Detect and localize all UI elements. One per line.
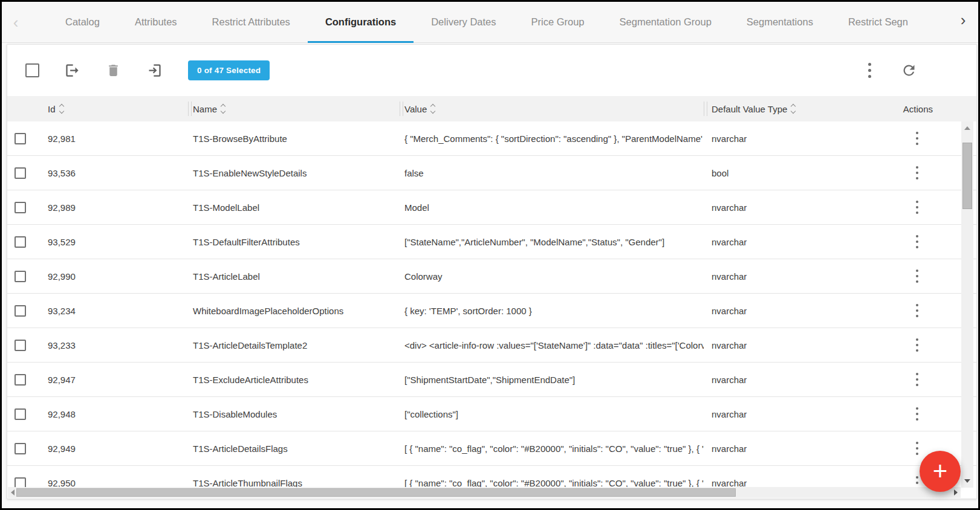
table-row: 92,950 T1S-ArticleThumbnailFlags [ { "na… bbox=[7, 466, 976, 487]
tab-price-group[interactable]: Price Group bbox=[514, 2, 602, 43]
row-actions-kebab-icon[interactable] bbox=[916, 268, 918, 285]
toolbar-kebab-menu-icon[interactable] bbox=[868, 62, 871, 80]
header-id[interactable]: Id bbox=[42, 96, 188, 121]
cell-value: Colorway bbox=[400, 259, 704, 293]
cell-value: <div> <article-info-row :values="['State… bbox=[400, 328, 704, 362]
cell-default-value-type: nvarchar bbox=[704, 466, 846, 487]
row-actions-kebab-icon[interactable] bbox=[916, 303, 918, 319]
header-value-label: Value bbox=[404, 104, 427, 114]
sort-icon[interactable] bbox=[431, 105, 435, 113]
cell-default-value-type: nvarchar bbox=[704, 294, 846, 328]
row-actions-kebab-icon[interactable] bbox=[916, 406, 918, 422]
cell-name: T1S-ArticleDetailsTemplate2 bbox=[188, 328, 400, 362]
cell-value: [ { "name": "co_flag", "color": "#B20000… bbox=[400, 431, 704, 465]
cell-default-value-type: nvarchar bbox=[704, 397, 846, 431]
row-checkbox[interactable] bbox=[15, 443, 26, 454]
cell-name: T1S-EnableNewStyleDetails bbox=[188, 156, 400, 190]
cell-id: 93,233 bbox=[42, 328, 188, 362]
table-row: 93,536 T1S-EnableNewStyleDetails false b… bbox=[7, 156, 976, 190]
selected-count-badge: 0 of 47 Selected bbox=[188, 60, 270, 80]
table-row: 92,947 T1S-ExcludeArticleAttributes ["Sh… bbox=[7, 363, 976, 397]
scroll-left-arrow-icon[interactable] bbox=[11, 489, 15, 495]
cell-value: ["StateName","ArticleNumber", "ModelName… bbox=[400, 225, 704, 259]
cell-id: 93,234 bbox=[42, 294, 188, 328]
header-value[interactable]: Value bbox=[400, 96, 704, 121]
import-icon[interactable] bbox=[146, 62, 163, 79]
vertical-scrollbar[interactable] bbox=[961, 121, 973, 488]
cell-value: false bbox=[400, 156, 704, 190]
scroll-up-arrow-icon[interactable] bbox=[964, 126, 970, 130]
row-actions-kebab-icon[interactable] bbox=[916, 372, 918, 388]
tabs-scroll-right-chevron-icon[interactable]: › bbox=[949, 2, 977, 43]
row-checkbox[interactable] bbox=[15, 133, 26, 144]
scroll-down-arrow-icon[interactable] bbox=[964, 479, 970, 483]
tab-restrict-attributes[interactable]: Restrict Attributes bbox=[195, 2, 308, 43]
header-name[interactable]: Name bbox=[188, 96, 400, 121]
cell-name: T1S-BrowseByAttribute bbox=[188, 121, 400, 155]
tabs-scroll-left-chevron-icon[interactable]: ‹ bbox=[2, 4, 30, 40]
cell-name: WhiteboardImagePlaceholderOptions bbox=[188, 294, 400, 328]
horizontal-scrollbar[interactable] bbox=[8, 487, 961, 498]
add-configuration-fab[interactable]: + bbox=[920, 451, 961, 492]
row-actions-kebab-icon[interactable] bbox=[916, 165, 918, 181]
row-checkbox[interactable] bbox=[15, 236, 26, 248]
table-header: Id Name Value Default Value Type Actions bbox=[7, 96, 976, 121]
table-row: 93,529 T1S-DefaultFilterAttributes ["Sta… bbox=[7, 225, 976, 259]
table-row: 92,989 T1S-ModelLabel Model nvarchar bbox=[7, 190, 976, 225]
table-toolbar: 0 of 47 Selected bbox=[7, 45, 976, 96]
tab-catalog[interactable]: Catalog bbox=[48, 2, 117, 43]
tab-restrict-segn[interactable]: Restrict Segn bbox=[831, 2, 926, 43]
row-checkbox[interactable] bbox=[15, 167, 26, 179]
tab-bar: ‹ CatalogAttributesRestrict AttributesCo… bbox=[2, 2, 978, 43]
row-actions-kebab-icon[interactable] bbox=[916, 441, 918, 457]
row-actions-kebab-icon[interactable] bbox=[916, 475, 918, 488]
header-actions-label: Actions bbox=[903, 104, 933, 114]
delete-trash-icon[interactable] bbox=[105, 62, 122, 79]
row-checkbox[interactable] bbox=[15, 271, 26, 282]
cell-id: 92,949 bbox=[42, 431, 188, 465]
table-row: 92,990 T1S-ArticleLabel Colorway nvarcha… bbox=[7, 259, 976, 294]
header-id-label: Id bbox=[48, 104, 56, 114]
table-row: 92,949 T1S-ArticleDetailsFlags [ { "name… bbox=[7, 431, 976, 466]
sort-icon[interactable] bbox=[60, 105, 63, 113]
cell-value: [ { "name": "co_flag", "color": "#B20000… bbox=[400, 466, 704, 487]
cell-id: 92,948 bbox=[42, 397, 188, 431]
sort-icon[interactable] bbox=[221, 105, 225, 113]
cell-id: 92,947 bbox=[42, 363, 188, 396]
table-row: 92,948 T1S-DisableModules ["collections"… bbox=[7, 397, 976, 431]
plus-icon: + bbox=[933, 459, 948, 484]
cell-default-value-type: nvarchar bbox=[704, 363, 846, 396]
tab-segmentations[interactable]: Segmentations bbox=[729, 2, 831, 43]
row-actions-kebab-icon[interactable] bbox=[916, 337, 918, 353]
cell-name: T1S-ModelLabel bbox=[188, 190, 400, 224]
table-body: 92,981 T1S-BrowseByAttribute { "Merch_Co… bbox=[7, 121, 976, 487]
cell-id: 93,536 bbox=[42, 156, 188, 190]
cell-default-value-type: nvarchar bbox=[704, 121, 846, 155]
scroll-right-arrow-icon[interactable] bbox=[954, 489, 958, 495]
table-row: 93,234 WhiteboardImagePlaceholderOptions… bbox=[7, 294, 976, 328]
export-icon[interactable] bbox=[63, 62, 80, 79]
cell-value: { key: 'TEMP', sortOrder: 1000 } bbox=[400, 294, 704, 328]
row-actions-kebab-icon[interactable] bbox=[916, 131, 918, 147]
row-checkbox[interactable] bbox=[15, 374, 26, 386]
select-all-checkbox[interactable] bbox=[25, 63, 39, 77]
tab-attributes[interactable]: Attributes bbox=[117, 2, 195, 43]
row-checkbox[interactable] bbox=[15, 477, 26, 488]
tab-segmentation-group[interactable]: Segmentation Group bbox=[602, 2, 729, 43]
cell-id: 92,989 bbox=[42, 190, 188, 224]
row-actions-kebab-icon[interactable] bbox=[916, 199, 918, 216]
cell-default-value-type: nvarchar bbox=[704, 259, 846, 293]
tab-delivery-dates[interactable]: Delivery Dates bbox=[414, 2, 513, 43]
row-checkbox[interactable] bbox=[15, 340, 26, 351]
vertical-scrollbar-thumb[interactable] bbox=[962, 143, 972, 209]
row-checkbox[interactable] bbox=[15, 202, 26, 213]
row-checkbox[interactable] bbox=[15, 305, 26, 317]
refresh-icon[interactable] bbox=[900, 62, 917, 79]
header-default-value-type[interactable]: Default Value Type bbox=[704, 96, 846, 121]
tab-configurations[interactable]: Configurations bbox=[308, 2, 414, 43]
sort-icon[interactable] bbox=[791, 105, 795, 113]
header-actions: Actions bbox=[846, 96, 976, 121]
row-checkbox[interactable] bbox=[15, 408, 26, 420]
row-actions-kebab-icon[interactable] bbox=[916, 234, 918, 250]
horizontal-scrollbar-thumb[interactable] bbox=[16, 488, 736, 497]
